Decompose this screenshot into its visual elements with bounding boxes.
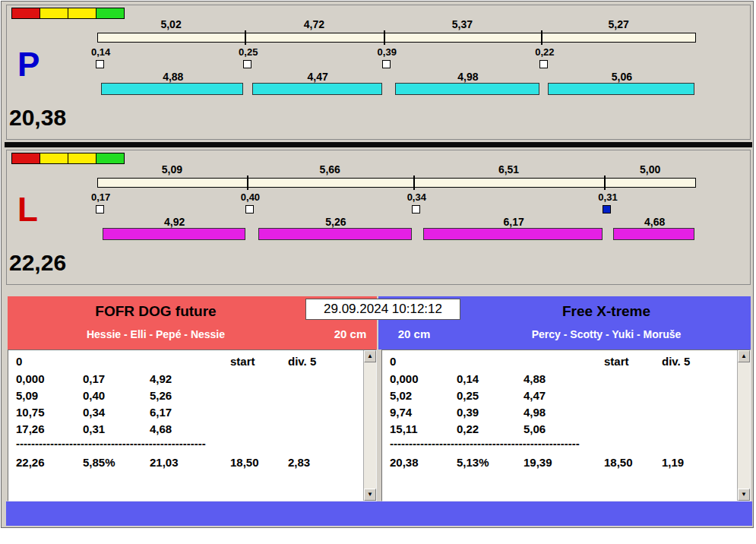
crossover-time-label: 0,34 (407, 191, 442, 203)
team-dogs-line: Hessie - Elli - Pepé - Nessie (8, 328, 304, 340)
lane-letter: L (17, 193, 38, 226)
dog-time-bar (258, 228, 411, 240)
table-cell: 0,25 (457, 389, 479, 402)
table-header-zero: 0 (16, 355, 22, 368)
segment-time-label: 6,51 (482, 163, 536, 176)
table-cell: 0,000 (390, 372, 419, 385)
table-total-cell: 19,39 (524, 456, 552, 469)
app-window: 5,024,725,375,270,140,250,390,224,884,47… (1, 1, 754, 528)
table-cell: 4,92 (150, 372, 172, 385)
table-cell: 4,68 (150, 422, 172, 435)
lane-chart: 5,095,666,515,000,170,400,340,314,925,26… (7, 150, 750, 284)
lane-letter: P (17, 48, 40, 81)
table-total-cell: 1,19 (662, 456, 684, 469)
segment-time-label: 5,00 (624, 163, 677, 176)
segment-time-label: 5,27 (592, 18, 645, 30)
team-dogs-line: Percy - Scotty - Yuki - Moruše (462, 328, 751, 340)
table-cell: 4,98 (524, 406, 546, 419)
crossover-checkbox[interactable] (412, 205, 420, 213)
lane-total-time: 20,38 (9, 105, 66, 131)
table-cell: 4,88 (524, 372, 546, 385)
crossover-checkbox[interactable] (603, 205, 611, 213)
segment-tick (384, 30, 385, 45)
dog-time-label: 4,92 (148, 216, 201, 228)
segment-tick (413, 176, 415, 190)
table-cell: 0,39 (457, 406, 479, 419)
bottom-strip (6, 501, 752, 526)
table-total-cell: 5,85% (83, 456, 115, 469)
crossover-time-label: 0,22 (535, 46, 570, 58)
dog-time-bar (101, 83, 243, 95)
crossover-checkbox[interactable] (245, 205, 254, 213)
results-table-left: ▲ ▼ 0startdiv. 50,0000,174,925,090,405,2… (8, 349, 377, 501)
table-total-cell: 18,50 (230, 456, 259, 469)
scroll-down-icon[interactable]: ▼ (364, 489, 376, 501)
segment-time-label: 5,09 (145, 163, 198, 176)
lane-chart: 5,024,725,375,270,140,250,390,224,884,47… (7, 5, 750, 139)
crossover-time-label: 0,31 (598, 191, 633, 203)
table-total-cell: 20,38 (390, 456, 419, 469)
scroll-up-icon[interactable]: ▲ (738, 350, 750, 362)
table-total-cell: 18,50 (604, 456, 633, 469)
lane-separator (5, 142, 752, 147)
crossover-checkbox[interactable] (539, 60, 548, 68)
table-cell: 6,17 (150, 406, 172, 419)
table-header-zero: 0 (390, 355, 396, 368)
table-cell: 0,40 (83, 389, 105, 402)
dog-time-bar (395, 83, 540, 95)
table-header-start: start (604, 355, 629, 368)
crossover-checkbox[interactable] (243, 60, 251, 68)
table-total-cell: 22,26 (16, 456, 45, 469)
table-cell: 10,75 (16, 406, 45, 419)
dog-time-label: 6,17 (487, 216, 540, 228)
segment-tick (247, 176, 248, 190)
dog-time-label: 4,88 (147, 71, 200, 83)
results-section: FOFR DOG future Hessie - Elli - Pepé - N… (6, 296, 752, 526)
jump-height-badge: 20 cm (391, 327, 438, 340)
table-scrollbar[interactable]: ▲ ▼ (737, 350, 750, 501)
crossover-time-label: 0,14 (91, 46, 126, 58)
lane-panel-l: 5,095,666,515,000,170,400,340,314,925,26… (6, 150, 751, 285)
table-dashes: ----------------------------------------… (390, 437, 580, 450)
crossover-time-label: 0,40 (241, 191, 276, 203)
team-name: Free X-treme (462, 303, 751, 320)
table-cell: 15,11 (390, 422, 418, 435)
table-total-cell: 2,83 (288, 456, 310, 469)
scroll-up-icon[interactable]: ▲ (364, 350, 376, 362)
crossover-checkbox[interactable] (382, 60, 391, 68)
dog-time-label: 5,06 (595, 71, 648, 83)
lane-total-time: 22,26 (9, 250, 66, 276)
table-cell: 0,34 (83, 406, 105, 419)
table-scrollbar[interactable]: ▲ ▼ (363, 350, 376, 501)
table-cell: 5,26 (150, 389, 172, 402)
crossover-checkbox[interactable] (96, 60, 104, 68)
table-header-div: div. 5 (662, 355, 690, 368)
dog-time-label: 4,68 (628, 216, 682, 228)
table-cell: 9,74 (390, 406, 412, 419)
results-table-right: ▲ ▼ 0startdiv. 50,0000,144,885,020,254,4… (381, 349, 751, 501)
table-cell: 4,47 (524, 389, 546, 402)
jump-height-badge: 20 cm (327, 327, 374, 340)
lane-panel-p: 5,024,725,375,270,140,250,390,224,884,47… (6, 5, 751, 140)
table-cell: 0,14 (457, 372, 479, 385)
dog-time-label: 5,26 (309, 216, 362, 228)
table-header-start: start (230, 355, 255, 368)
table-cell: 0,22 (457, 422, 479, 435)
table-cell: 0,000 (16, 372, 45, 385)
crossover-time-label: 0,39 (378, 46, 413, 58)
crossover-time-label: 0,25 (239, 46, 274, 58)
dog-time-bar (613, 228, 694, 240)
table-cell: 17,26 (16, 422, 45, 435)
segment-tick (245, 30, 246, 45)
crossover-checkbox[interactable] (96, 205, 104, 213)
dog-time-label: 4,47 (291, 71, 344, 83)
crossover-time-label: 0,17 (91, 191, 126, 203)
table-cell: 5,02 (390, 389, 412, 402)
table-header-div: div. 5 (288, 355, 316, 368)
segment-time-label: 5,66 (303, 163, 356, 176)
dog-time-bar (423, 228, 603, 240)
team-name: FOFR DOG future (8, 303, 304, 320)
scroll-down-icon[interactable]: ▼ (738, 489, 750, 501)
dog-time-bar (252, 83, 382, 95)
table-total-cell: 5,13% (457, 456, 489, 469)
